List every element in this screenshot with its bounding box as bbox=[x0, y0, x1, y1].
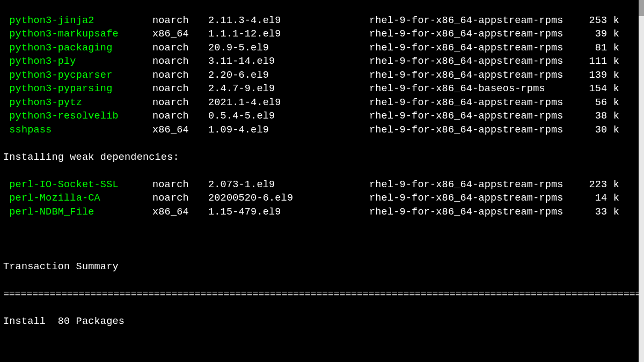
package-version: 2.4.7-9.el9 bbox=[208, 82, 369, 96]
package-repo: rhel-9-for-x86_64-appstream-rpms bbox=[369, 123, 582, 137]
package-arch: noarch bbox=[152, 178, 208, 192]
package-arch: noarch bbox=[152, 109, 208, 123]
package-size: 111 k bbox=[582, 55, 619, 69]
package-repo: rhel-9-for-x86_64-appstream-rpms bbox=[369, 27, 582, 41]
package-version: 2.11.3-4.el9 bbox=[208, 14, 369, 28]
package-arch: noarch bbox=[152, 82, 208, 96]
package-arch: noarch bbox=[152, 55, 208, 69]
package-row: python3-packagingnoarch20.9-5.el9rhel-9-… bbox=[3, 41, 641, 55]
package-version: 3.11-14.el9 bbox=[208, 55, 369, 69]
package-row: perl-Mozilla-CAnoarch20200520-6.el9rhel-… bbox=[3, 191, 641, 205]
package-name: perl-Mozilla-CA bbox=[3, 191, 152, 205]
package-row: sshpassx86_641.09-4.el9rhel-9-for-x86_64… bbox=[3, 123, 641, 137]
package-version: 0.5.4-5.el9 bbox=[208, 109, 369, 123]
package-version: 1.09-4.el9 bbox=[208, 123, 369, 137]
scrollbar-thumb[interactable] bbox=[639, 0, 644, 16]
package-size: 39 k bbox=[582, 27, 619, 41]
package-size: 139 k bbox=[582, 69, 619, 83]
package-name: python3-ply bbox=[3, 55, 152, 69]
package-row: python3-pycparsernoarch2.20-6.el9rhel-9-… bbox=[3, 69, 641, 83]
package-repo: rhel-9-for-x86_64-baseos-rpms bbox=[369, 82, 582, 96]
package-arch: x86_64 bbox=[152, 27, 208, 41]
package-arch: noarch bbox=[152, 191, 208, 205]
package-size: 56 k bbox=[582, 96, 619, 110]
package-version: 1.15-479.el9 bbox=[208, 205, 369, 219]
terminal-output[interactable]: python3-jinja2noarch2.11.3-4.el9rhel-9-f… bbox=[0, 0, 644, 362]
package-arch: noarch bbox=[152, 41, 208, 55]
package-repo: rhel-9-for-x86_64-appstream-rpms bbox=[369, 14, 582, 28]
package-size: 30 k bbox=[582, 123, 619, 137]
package-version: 20200520-6.el9 bbox=[208, 191, 369, 205]
package-list: python3-jinja2noarch2.11.3-4.el9rhel-9-f… bbox=[3, 14, 641, 137]
package-row: python3-plynoarch3.11-14.el9rhel-9-for-x… bbox=[3, 55, 641, 69]
package-arch: x86_64 bbox=[152, 123, 208, 137]
package-repo: rhel-9-for-x86_64-appstream-rpms bbox=[369, 109, 582, 123]
package-size: 81 k bbox=[582, 41, 619, 55]
weak-deps-header: Installing weak dependencies: bbox=[0, 151, 641, 165]
package-name: python3-packaging bbox=[3, 41, 152, 55]
package-version: 2.073-1.el9 bbox=[208, 178, 369, 192]
package-repo: rhel-9-for-x86_64-appstream-rpms bbox=[369, 69, 582, 83]
package-row: python3-pyparsingnoarch2.4.7-9.el9rhel-9… bbox=[3, 82, 641, 96]
package-row: python3-markupsafex86_641.1.1-12.el9rhel… bbox=[3, 27, 641, 41]
transaction-summary-title: Transaction Summary bbox=[3, 260, 641, 274]
package-version: 2.20-6.el9 bbox=[208, 69, 369, 83]
package-arch: x86_64 bbox=[152, 205, 208, 219]
package-version: 1.1.1-12.el9 bbox=[208, 27, 369, 41]
package-version: 20.9-5.el9 bbox=[208, 41, 369, 55]
package-name: python3-markupsafe bbox=[3, 27, 152, 41]
package-repo: rhel-9-for-x86_64-appstream-rpms bbox=[369, 178, 582, 192]
package-size: 14 k bbox=[582, 191, 619, 205]
package-size: 223 k bbox=[582, 178, 619, 192]
divider-line: ========================================… bbox=[0, 287, 641, 301]
package-row: python3-resolvelibnoarch0.5.4-5.el9rhel-… bbox=[3, 109, 641, 123]
package-row: python3-jinja2noarch2.11.3-4.el9rhel-9-f… bbox=[3, 14, 641, 28]
package-arch: noarch bbox=[152, 69, 208, 83]
package-size: 38 k bbox=[582, 109, 619, 123]
package-name: python3-pycparser bbox=[3, 69, 152, 83]
package-repo: rhel-9-for-x86_64-appstream-rpms bbox=[369, 41, 582, 55]
package-name: python3-pytz bbox=[3, 96, 152, 110]
blank-line bbox=[3, 342, 641, 356]
package-size: 33 k bbox=[582, 205, 619, 219]
install-count: Install 80 Packages bbox=[3, 315, 641, 329]
package-arch: noarch bbox=[152, 14, 208, 28]
package-repo: rhel-9-for-x86_64-appstream-rpms bbox=[369, 55, 582, 69]
package-repo: rhel-9-for-x86_64-appstream-rpms bbox=[369, 96, 582, 110]
package-size: 154 k bbox=[582, 82, 619, 96]
scrollbar-track[interactable] bbox=[639, 0, 644, 362]
package-version: 2021.1-4.el9 bbox=[208, 96, 369, 110]
package-row: python3-pytznoarch2021.1-4.el9rhel-9-for… bbox=[3, 96, 641, 110]
package-name: python3-pyparsing bbox=[3, 82, 152, 96]
package-row: perl-IO-Socket-SSLnoarch2.073-1.el9rhel-… bbox=[3, 178, 641, 192]
package-name: perl-IO-Socket-SSL bbox=[3, 178, 152, 192]
package-name: perl-NDBM_File bbox=[3, 205, 152, 219]
package-repo: rhel-9-for-x86_64-appstream-rpms bbox=[369, 205, 582, 219]
package-arch: noarch bbox=[152, 96, 208, 110]
package-name: python3-jinja2 bbox=[3, 14, 152, 28]
blank-line bbox=[3, 233, 641, 247]
package-name: python3-resolvelib bbox=[3, 109, 152, 123]
package-repo: rhel-9-for-x86_64-appstream-rpms bbox=[369, 191, 582, 205]
weak-package-list: perl-IO-Socket-SSLnoarch2.073-1.el9rhel-… bbox=[3, 178, 641, 219]
package-size: 253 k bbox=[582, 14, 619, 28]
package-row: perl-NDBM_Filex86_641.15-479.el9rhel-9-f… bbox=[3, 205, 641, 219]
package-name: sshpass bbox=[3, 123, 152, 137]
